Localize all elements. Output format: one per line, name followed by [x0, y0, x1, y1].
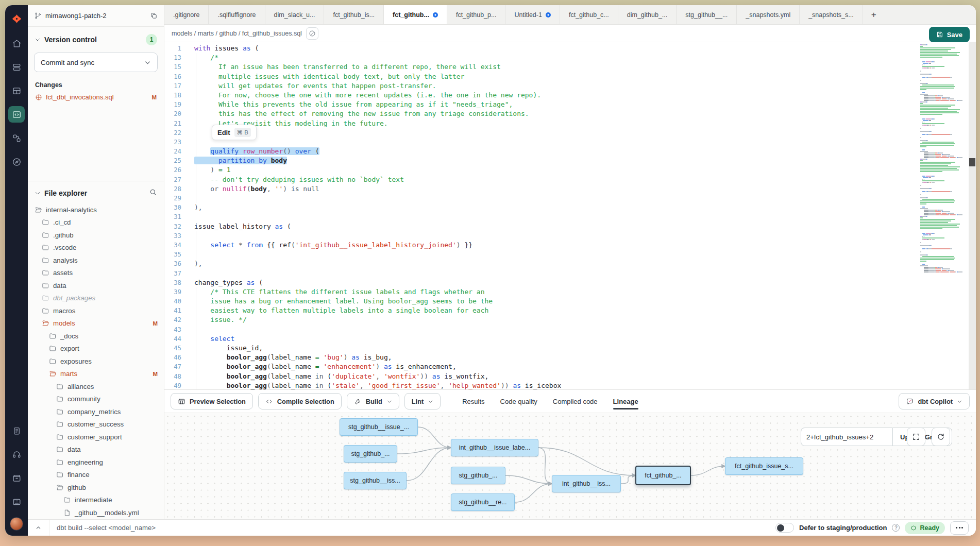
tree-item--github[interactable]: .github	[28, 229, 164, 242]
editor-tab[interactable]: stg_github__...	[677, 5, 737, 24]
tree-item-analysis[interactable]: analysis	[28, 254, 164, 267]
projects-icon[interactable]	[8, 59, 25, 75]
edit-shortcut-chip[interactable]: Edit ⌘ B	[212, 125, 257, 140]
fullscreen-icon	[912, 433, 920, 441]
editor-tab[interactable]: _snapshots_s...	[800, 5, 863, 24]
tree-item--vscode[interactable]: .vscode	[28, 242, 164, 254]
search-icon[interactable]	[149, 188, 157, 198]
editor-tab[interactable]: _snapshots.yml	[737, 5, 800, 24]
tree-item-alliances[interactable]: alliances	[28, 380, 164, 393]
minimap[interactable]	[920, 44, 968, 389]
editor-tab[interactable]: fct_github_c...	[560, 5, 618, 24]
changed-file-row[interactable]: fct_dbt_invocations.sqlM	[28, 91, 164, 103]
command-input[interactable]: dbt build --select <model_name>	[49, 524, 775, 532]
fullscreen-button[interactable]	[907, 428, 925, 446]
preview-selection-button[interactable]: Preview Selection	[171, 393, 253, 410]
lineage-node[interactable]: int_github__iss...	[552, 475, 621, 492]
dbt-logo-icon[interactable]	[8, 10, 25, 27]
tree-item-assets[interactable]: assets	[28, 267, 164, 280]
tree-item-finance[interactable]: finance	[28, 469, 164, 482]
tree-item-marts[interactable]: martsM	[28, 368, 164, 381]
lineage-node[interactable]: stg_github__iss...	[344, 472, 407, 489]
tree-item-models[interactable]: modelsM	[28, 317, 164, 330]
user-avatar[interactable]	[10, 517, 23, 531]
lineage-node[interactable]: stg_github_...	[451, 467, 505, 484]
open-lineage-icon[interactable]	[306, 27, 318, 40]
tree-item-customer-success[interactable]: customer_success	[28, 418, 164, 431]
editor-tab[interactable]: dim_slack_u...	[265, 5, 325, 24]
defer-toggle[interactable]	[775, 523, 794, 533]
chevron-down-icon[interactable]	[35, 190, 41, 196]
tree-item-internal-analytics[interactable]: internal-analytics	[28, 203, 164, 216]
tree-item-label: github	[67, 484, 86, 491]
lint-button[interactable]: Lint	[404, 393, 441, 410]
dbt-copilot-button[interactable]: dbt Copilot	[899, 393, 970, 410]
editor-tab[interactable]: fct_github...	[384, 5, 447, 24]
editor-tab[interactable]: .sqlfluffignore	[209, 5, 265, 24]
tree-item--docs[interactable]: _docs	[28, 330, 164, 343]
code-editor[interactable]: 1with issues as (13 /*15 If an issue has…	[164, 42, 976, 389]
tree-item-data[interactable]: data	[28, 279, 164, 292]
editor-scrollbar[interactable]	[969, 42, 976, 389]
chevron-down-icon[interactable]	[35, 37, 41, 43]
lineage-selector-input[interactable]	[801, 428, 892, 446]
editor-tab[interactable]: dim_github_...	[618, 5, 677, 24]
scrollbar-thumb[interactable]	[969, 158, 975, 166]
explore-icon[interactable]	[8, 153, 25, 170]
lineage-node[interactable]: fct_github_issue_s...	[725, 457, 803, 475]
tree-item-company-metrics[interactable]: company_metrics	[28, 405, 164, 418]
modified-badge: M	[153, 371, 158, 377]
support-icon[interactable]	[8, 446, 25, 463]
home-icon[interactable]	[8, 35, 25, 52]
refresh-button[interactable]	[932, 428, 950, 446]
panel-tab-code-quality[interactable]: Code quality	[500, 390, 537, 413]
tree-item-data[interactable]: data	[28, 443, 164, 456]
editor-tab[interactable]: fct_github_p...	[447, 5, 506, 24]
tree-item--github-models-yml[interactable]: _github__models.yml	[28, 506, 164, 519]
lineage-node[interactable]: stg_github__issue_...	[340, 418, 418, 436]
tree-item-github[interactable]: github	[28, 481, 164, 494]
breadcrumb-row: models / marts / github / fct_github_iss…	[164, 25, 976, 42]
panel-tab-results[interactable]: Results	[462, 390, 484, 413]
tree-item-macros[interactable]: macros	[28, 304, 164, 317]
editor-tab[interactable]: fct_github_is...	[324, 5, 384, 24]
code-line: 46 boolor_agg(label_name = 'bug') as is_…	[164, 353, 919, 362]
save-button[interactable]: Save	[929, 27, 970, 42]
help-icon[interactable]: ?	[892, 524, 900, 532]
copy-icon[interactable]	[150, 12, 158, 20]
more-options-button[interactable]	[950, 521, 969, 535]
tree-item-engineering[interactable]: engineering	[28, 456, 164, 469]
panel-tab-compiled-code[interactable]: Compiled code	[553, 390, 598, 413]
notebook-icon[interactable]	[8, 422, 25, 439]
panel-tab-lineage[interactable]: Lineage	[613, 390, 638, 413]
new-tab-button[interactable]: +	[863, 5, 885, 24]
lineage-node[interactable]: stg_github__re...	[451, 493, 515, 511]
lineage-canvas[interactable]: Update Graph stg_github__issue_...stg_gi…	[164, 413, 976, 519]
tree-item-label: .github	[53, 231, 74, 239]
branch-row[interactable]: mirnawong1-patch-2	[28, 5, 164, 27]
tree-item--ci-cd[interactable]: .ci_cd	[28, 216, 164, 229]
editor-tab[interactable]: .gitignore	[164, 5, 209, 24]
shortcuts-icon[interactable]	[8, 493, 25, 510]
archive-icon[interactable]	[8, 470, 25, 486]
tree-item-dbt-packages[interactable]: dbt_packages	[28, 292, 164, 305]
tree-item-intermediate[interactable]: intermediate	[28, 494, 164, 507]
dashboard-icon[interactable]	[8, 82, 25, 99]
tree-item-exposures[interactable]: exposures	[28, 355, 164, 368]
build-button[interactable]: Build	[347, 393, 399, 410]
file-icon	[63, 509, 71, 517]
commit-and-sync-select[interactable]: Commit and sync	[34, 53, 158, 72]
lineage-node[interactable]: stg_github_...	[344, 445, 397, 463]
orchestration-icon[interactable]	[8, 130, 25, 146]
tree-item-community[interactable]: community	[28, 393, 164, 406]
tree-item-customer-support[interactable]: customer_support	[28, 431, 164, 443]
tree-item-export[interactable]: export	[28, 343, 164, 355]
compile-selection-button[interactable]: Compile Selection	[258, 393, 342, 410]
editor-tab[interactable]: Untitled-1	[505, 5, 560, 24]
expand-command-bar-button[interactable]	[28, 520, 49, 536]
defer-label: Defer to staging/production	[799, 524, 887, 532]
line-number: 16	[164, 72, 188, 81]
lineage-node[interactable]: int_github__issue_labe...	[451, 439, 538, 456]
develop-icon[interactable]	[8, 106, 25, 123]
lineage-node[interactable]: fct_github_...	[635, 466, 691, 485]
